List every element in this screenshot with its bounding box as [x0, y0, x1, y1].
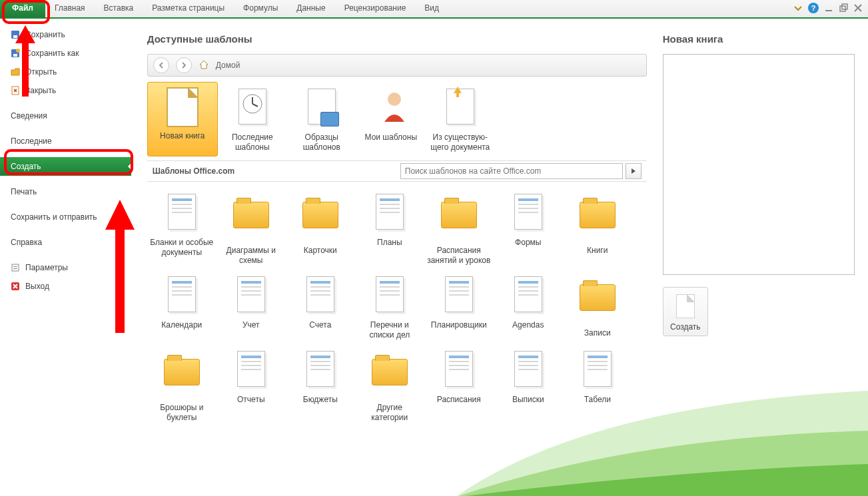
ribbon-tab-pagelayout[interactable]: Разметка страницы [143, 0, 234, 17]
category-tile[interactable]: Табели [563, 344, 632, 427]
ribbon-tab-review[interactable]: Рецензирование [335, 0, 416, 17]
nav-back-button[interactable] [153, 57, 169, 73]
window-minimize-icon[interactable] [824, 3, 833, 13]
category-tile[interactable]: Расписания занятий и уроков [424, 187, 494, 270]
sidebar-item-info[interactable]: Сведения [0, 107, 131, 125]
category-tile[interactable]: Перечни и списки дел [355, 270, 424, 344]
sidebar-item-label: Создать [11, 162, 41, 171]
category-tile[interactable]: Другие категории [355, 344, 424, 427]
breadcrumb-bar: Домой [147, 54, 647, 77]
sidebar-item-close[interactable]: Закрыть [0, 81, 131, 100]
category-label: Формы [494, 238, 563, 248]
category-tile[interactable]: Выписки [494, 344, 563, 427]
document-icon [306, 351, 334, 387]
folder-icon [302, 202, 338, 228]
breadcrumb-home-label[interactable]: Домой [216, 61, 240, 70]
category-tile[interactable]: Планы [355, 187, 424, 270]
sidebar-item-open[interactable]: Открыть [0, 63, 131, 81]
ribbon-tab-home[interactable]: Главная [45, 0, 95, 17]
home-icon[interactable] [199, 59, 209, 72]
template-tile[interactable]: Образцы шаблонов [287, 82, 356, 156]
template-search-input[interactable] [400, 163, 623, 179]
document-icon [514, 194, 542, 230]
category-tile[interactable]: Планировщики [424, 270, 494, 344]
document-icon [168, 276, 196, 312]
sidebar-item-label: Открыть [25, 67, 57, 77]
nav-forward-button[interactable] [176, 57, 192, 73]
sidebar-item-save-as[interactable]: Сохранить как [0, 44, 131, 63]
ribbon-tab-file[interactable]: Файл [0, 0, 45, 17]
template-tile[interactable]: Из существую­щего документа [426, 82, 495, 156]
templates-panel: Доступные шаблоны Домой Новая книгаПосле… [131, 19, 663, 496]
document-icon [376, 194, 404, 230]
category-tile[interactable]: Книги [563, 187, 632, 270]
sidebar-item-options[interactable]: Параметры [0, 258, 131, 277]
section-bar: Шаблоны Office.com [147, 160, 647, 182]
category-tile[interactable]: Учет [217, 270, 286, 344]
ribbon-tab-data[interactable]: Данные [287, 0, 334, 17]
sidebar-item-exit[interactable]: Выход [0, 277, 131, 296]
category-tile[interactable]: Отчеты [217, 344, 286, 427]
folder-icon [233, 202, 269, 228]
category-label: Календари [147, 320, 217, 330]
category-tile[interactable]: Календари [147, 270, 217, 344]
folder-icon [441, 202, 477, 228]
sidebar-item-label: Сохранить и отправить [11, 212, 97, 222]
category-tile[interactable]: Карточки [286, 187, 355, 270]
ribbon-tab-view[interactable]: Вид [415, 0, 448, 17]
template-icon [163, 87, 203, 127]
ribbon-minimize-icon[interactable] [793, 3, 803, 13]
section-title: Шаблоны Office.com [153, 166, 235, 176]
svg-rect-11 [13, 268, 17, 269]
svg-rect-9 [12, 264, 19, 271]
category-label: Брошюры и буклеты [147, 403, 217, 423]
category-label: Расписания [424, 395, 494, 405]
category-label: Расписания занятий и уроков [424, 246, 494, 266]
category-label: Бланки и особые документы [147, 238, 217, 258]
category-tile[interactable]: Диаграммы и схемы [217, 187, 286, 270]
template-icon [302, 89, 342, 128]
backstage-sidebar: Сохранить Сохранить как Открыть Закрыть … [0, 19, 131, 496]
template-icon [440, 89, 480, 128]
folder-icon [164, 359, 200, 385]
category-tile[interactable]: Формы [494, 187, 563, 270]
category-label: Отчеты [217, 395, 286, 405]
template-tile[interactable]: Новая книга [147, 82, 218, 156]
template-label: Последние шаблоны [218, 132, 287, 152]
category-tile[interactable]: Agendas [494, 270, 563, 344]
document-icon [445, 351, 473, 387]
category-tile[interactable]: Расписания [424, 344, 494, 427]
category-tile[interactable]: Записи [563, 270, 632, 344]
create-button[interactable]: Создать [663, 287, 708, 336]
sidebar-item-new[interactable]: Создать [0, 157, 131, 176]
ribbon: Файл Главная Вставка Разметка страницы Ф… [0, 0, 868, 19]
category-tile[interactable]: Брошюры и буклеты [147, 344, 217, 427]
category-tile[interactable]: Бюджеты [286, 344, 355, 427]
svg-rect-6 [13, 54, 17, 57]
sidebar-item-save-send[interactable]: Сохранить и отправить [0, 208, 131, 226]
new-document-icon [676, 294, 695, 318]
template-tile[interactable]: Последние шаблоны [218, 82, 287, 156]
sidebar-item-label: Сохранить [25, 30, 65, 39]
category-label: Счета [286, 320, 355, 330]
sidebar-item-save[interactable]: Сохранить [0, 25, 131, 44]
ribbon-tab-formulas[interactable]: Формулы [234, 0, 287, 17]
ribbon-tab-insert[interactable]: Вставка [95, 0, 143, 17]
window-restore-icon[interactable] [839, 3, 848, 13]
category-label: Agendas [494, 320, 563, 330]
search-go-button[interactable] [626, 163, 642, 179]
template-tile[interactable]: Мои шаблоны [356, 82, 426, 156]
panel-heading: Доступные шаблоны [147, 33, 647, 45]
window-close-icon[interactable] [853, 3, 863, 13]
template-preview [663, 54, 855, 275]
category-label: Бюджеты [286, 395, 355, 405]
sidebar-item-label: Выход [25, 282, 49, 291]
help-icon[interactable]: ? [808, 3, 819, 13]
svg-rect-4 [13, 35, 17, 38]
sidebar-item-help[interactable]: Справка [0, 233, 131, 252]
folder-icon [372, 359, 408, 385]
sidebar-item-print[interactable]: Печать [0, 182, 131, 201]
category-tile[interactable]: Бланки и особые документы [147, 187, 217, 270]
category-tile[interactable]: Счета [286, 270, 355, 344]
sidebar-item-recent[interactable]: Последние [0, 132, 131, 150]
